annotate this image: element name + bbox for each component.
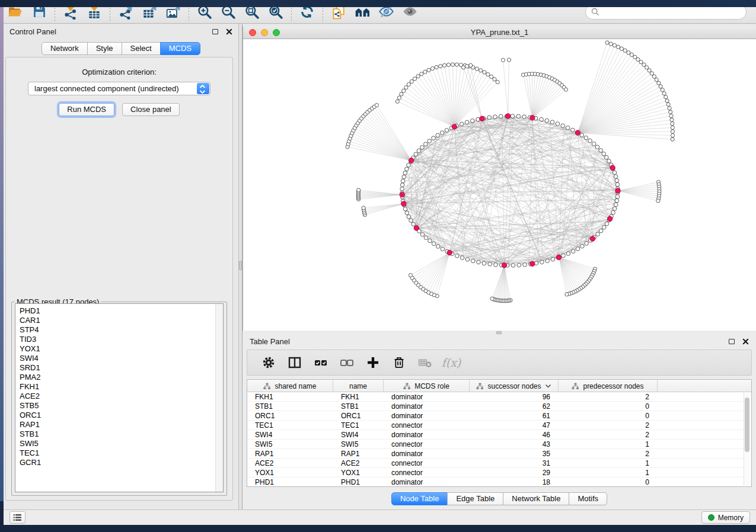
- close-panel-button[interactable]: Close panel: [122, 103, 180, 116]
- table-cell: 96: [470, 392, 559, 401]
- table-row[interactable]: RAP1RAP1dominator352: [247, 449, 751, 459]
- table-cell: dominator: [384, 402, 470, 411]
- table-cell: FKH1: [333, 392, 384, 401]
- splitter-grip[interactable]: [239, 261, 242, 270]
- table-cell: YOX1: [333, 468, 384, 477]
- task-history-button[interactable]: [9, 511, 25, 524]
- gear-icon: [261, 355, 276, 370]
- table-cell: YOX1: [247, 468, 333, 477]
- column-label: name: [349, 382, 367, 390]
- result-item[interactable]: STB1: [15, 430, 223, 439]
- node-table[interactable]: shared namenameMCDS rolesuccessor nodesp…: [247, 379, 752, 487]
- column-label: successor nodes: [487, 382, 541, 390]
- table-cell: connector: [384, 459, 470, 467]
- plus-icon: [366, 355, 380, 370]
- memory-button[interactable]: Memory: [701, 511, 750, 524]
- table-cell: TEC1: [247, 421, 333, 430]
- result-item[interactable]: SWI4: [15, 354, 223, 363]
- scrollbar-thumb[interactable]: [745, 398, 749, 452]
- table-cell: RAP1: [247, 449, 333, 458]
- table-row[interactable]: ORC1ORC1dominator610: [247, 411, 751, 421]
- table-settings-button[interactable]: [256, 352, 282, 373]
- network-graph[interactable]: [243, 39, 755, 330]
- optimization-criterion-select[interactable]: largest connected component (undirected): [28, 82, 210, 95]
- close-panel-icon[interactable]: [226, 28, 232, 35]
- result-item[interactable]: STB5: [15, 401, 223, 411]
- table-row[interactable]: ACE2ACE2connector311: [247, 459, 751, 468]
- delete-table-icon: [417, 355, 433, 370]
- result-item[interactable]: TEC1: [15, 448, 223, 458]
- result-item[interactable]: YOX1: [15, 344, 223, 354]
- table-row[interactable]: PHD1PHD1dominator180: [247, 477, 751, 487]
- column-label: predecessor nodes: [583, 382, 643, 390]
- tab-edge-table[interactable]: Edge Table: [447, 492, 503, 505]
- tab-node-table[interactable]: Node Table: [391, 492, 448, 505]
- column-header-predecessor-nodes[interactable]: predecessor nodes: [559, 380, 658, 392]
- minimize-window-icon[interactable]: [261, 29, 268, 36]
- tab-style[interactable]: Style: [87, 42, 122, 55]
- deselect-all-button[interactable]: [334, 352, 360, 373]
- float-panel-icon[interactable]: [212, 29, 218, 34]
- table-cell: connector: [384, 421, 470, 430]
- column-label: shared name: [275, 382, 316, 390]
- column-header-mcds-role[interactable]: MCDS role: [384, 380, 470, 392]
- table-cell: SWI4: [247, 430, 333, 439]
- result-item[interactable]: ACE2: [15, 392, 223, 401]
- table-row[interactable]: YOX1YOX1connector291: [247, 468, 751, 477]
- table-cell: 0: [559, 411, 658, 420]
- tab-network[interactable]: Network: [42, 42, 88, 55]
- result-item[interactable]: PMA2: [15, 373, 223, 382]
- column-view-button[interactable]: [282, 352, 308, 373]
- tab-mcds[interactable]: MCDS: [160, 42, 200, 55]
- float-panel-icon[interactable]: [729, 339, 735, 344]
- table-row[interactable]: SWI5SWI5connector431: [247, 440, 751, 449]
- table-scrollbar[interactable]: [744, 393, 751, 486]
- result-item[interactable]: RAP1: [15, 420, 223, 430]
- table-row[interactable]: STB1STB1dominator620: [247, 402, 751, 411]
- table-cell: RAP1: [333, 449, 384, 458]
- table-cell: 1: [559, 440, 658, 448]
- column-header-shared-name[interactable]: shared name: [247, 380, 333, 392]
- result-item[interactable]: TID3: [15, 335, 223, 344]
- result-item[interactable]: GCR1: [15, 458, 223, 467]
- table-cell: SWI5: [333, 440, 384, 448]
- close-panel-icon[interactable]: [742, 338, 749, 345]
- close-window-icon[interactable]: [249, 29, 256, 36]
- columns-icon: [288, 355, 302, 370]
- network-window-titlebar[interactable]: YPA_prune.txt_1: [243, 26, 756, 39]
- network-view[interactable]: [243, 39, 756, 331]
- function-builder-button[interactable]: f(x): [438, 352, 464, 373]
- result-item[interactable]: STP4: [15, 325, 223, 335]
- sort-menu-icon[interactable]: [545, 384, 551, 389]
- add-row-button[interactable]: [360, 352, 386, 373]
- result-scrollbar[interactable]: [215, 304, 223, 492]
- search-input[interactable]: [603, 7, 741, 16]
- result-item[interactable]: PHD1: [15, 306, 223, 316]
- tab-network-table[interactable]: Network Table: [503, 492, 569, 505]
- tab-motifs[interactable]: Motifs: [569, 492, 607, 505]
- table-row[interactable]: FKH1FKH1dominator962: [247, 392, 751, 402]
- run-mcds-button[interactable]: Run MCDS: [59, 103, 114, 116]
- table-cell: ACE2: [333, 459, 384, 467]
- maximize-window-icon[interactable]: [273, 29, 280, 36]
- column-header-successor-nodes[interactable]: successor nodes: [470, 380, 559, 392]
- tab-select[interactable]: Select: [122, 42, 161, 55]
- tree-icon: [403, 383, 411, 390]
- result-item[interactable]: ORC1: [15, 411, 223, 420]
- column-header-name[interactable]: name: [333, 380, 384, 392]
- delete-row-button[interactable]: [386, 352, 412, 373]
- table-row[interactable]: SWI4SWI4dominator462: [247, 430, 751, 440]
- table-cell: PHD1: [333, 477, 384, 486]
- table-cell: 46: [470, 430, 559, 439]
- table-row[interactable]: TEC1TEC1connector472: [247, 421, 751, 430]
- result-item[interactable]: SRD1: [15, 363, 223, 373]
- table-cell: 61: [470, 411, 559, 420]
- select-all-button[interactable]: [308, 352, 334, 373]
- result-item[interactable]: SWI5: [15, 439, 223, 448]
- result-item[interactable]: CAR1: [15, 316, 223, 325]
- result-item[interactable]: FKH1: [15, 382, 223, 392]
- mcds-result-list: PHD1CAR1STP4TID3YOX1SWI4SRD1PMA2FKH1ACE2…: [15, 304, 223, 467]
- table-cell: connector: [384, 468, 470, 477]
- column-label: MCDS role: [414, 382, 449, 390]
- delete-table-button[interactable]: [412, 352, 438, 373]
